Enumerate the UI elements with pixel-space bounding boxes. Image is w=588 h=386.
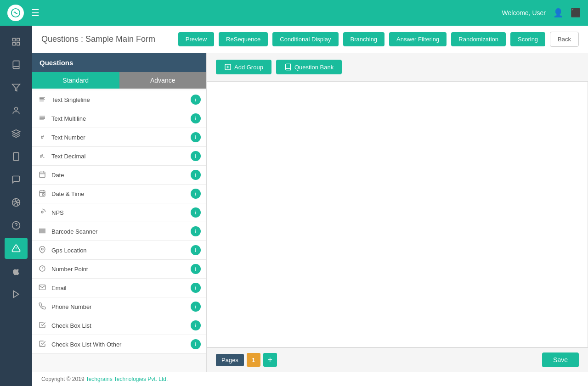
sidebar-item-play[interactable] <box>5 284 28 305</box>
check-box-list-label: Check Box List <box>51 322 186 329</box>
svg-rect-1 <box>13 39 16 41</box>
phone-number-label: Phone Number <box>51 303 186 310</box>
svg-rect-3 <box>13 43 16 45</box>
barcode-scanner-icon <box>38 227 47 236</box>
list-item[interactable]: Barcode Scanner i <box>32 222 206 241</box>
svg-point-32 <box>42 193 44 195</box>
sidebar-item-apple[interactable] <box>5 261 28 282</box>
conditional-display-button[interactable]: Conditional Display <box>272 32 338 46</box>
add-group-label: Add Group <box>234 64 263 71</box>
text-singleline-label: Text Singleline <box>51 96 186 103</box>
date-time-icon <box>38 190 47 198</box>
hamburger-menu[interactable]: ☰ <box>31 7 40 18</box>
list-item[interactable]: Gps Location i <box>32 241 206 260</box>
questions-list: Text Singleline i Text Multiline i # Tex… <box>32 89 206 372</box>
scoring-button[interactable]: Scoring <box>510 32 545 46</box>
company-name: Techgrains Technologies Pvt. Ltd. <box>86 376 168 382</box>
sidebar-item-filter[interactable] <box>5 77 28 98</box>
sidebar-item-dashboard[interactable] <box>5 31 28 52</box>
date-time-label: Date & Time <box>51 190 186 197</box>
branching-button[interactable]: Branching <box>343 32 385 46</box>
number-point-label: Number Point <box>51 266 186 273</box>
text-decimal-info[interactable]: i <box>191 151 201 161</box>
text-singleline-info[interactable]: i <box>191 95 201 105</box>
nps-label: NPS <box>51 209 186 216</box>
text-number-info[interactable]: i <box>191 132 201 142</box>
barcode-scanner-info[interactable]: i <box>191 226 201 236</box>
svg-marker-5 <box>12 84 20 91</box>
app-logo[interactable] <box>7 5 24 21</box>
phone-number-info[interactable]: i <box>191 302 201 312</box>
svg-rect-4 <box>17 43 20 45</box>
logout-icon[interactable]: ⬛ <box>571 8 581 18</box>
text-multiline-label: Text Multiline <box>51 115 186 122</box>
date-info[interactable]: i <box>191 170 201 180</box>
form-toolbar: Add Group Question Bank <box>207 53 588 81</box>
date-icon <box>38 171 47 179</box>
list-item[interactable]: # Text Number i <box>32 128 206 147</box>
email-info[interactable]: i <box>191 283 201 293</box>
page-number[interactable]: 1 <box>247 353 260 367</box>
question-bank-button[interactable]: Question Bank <box>276 60 342 74</box>
check-box-list-other-icon <box>38 340 47 349</box>
sidebar-item-help[interactable] <box>5 215 28 236</box>
answer-filtering-button[interactable]: Answer Filtering <box>389 32 447 46</box>
preview-button[interactable]: Preview <box>178 32 214 46</box>
questions-content: Questions Standard Advance Text Singleli… <box>32 53 588 372</box>
list-item[interactable]: Date & Time i <box>32 185 206 203</box>
sidebar-item-user[interactable] <box>5 100 28 121</box>
page-title: Questions : Sample Main Form <box>41 34 174 44</box>
randomization-button[interactable]: Randomization <box>451 32 506 46</box>
list-item[interactable]: Text Singleline i <box>32 90 206 109</box>
top-nav-right: Welcome, User 👤 ⬛ <box>502 8 581 18</box>
list-item[interactable]: Check Box List i <box>32 316 206 335</box>
text-number-icon: # <box>38 134 47 140</box>
number-point-info[interactable]: i <box>191 264 201 274</box>
text-decimal-label: Text Decimal <box>51 153 186 160</box>
barcode-scanner-label: Barcode Scanner <box>51 228 186 235</box>
sidebar-item-chat[interactable] <box>5 169 28 190</box>
question-bank-label: Question Bank <box>294 64 334 71</box>
check-box-list-other-label: Check Box List With Other <box>51 341 186 348</box>
back-button[interactable]: Back <box>550 32 579 47</box>
list-item[interactable]: Date i <box>32 166 206 185</box>
sidebar-item-layers[interactable] <box>5 123 28 144</box>
user-icon[interactable]: 👤 <box>553 8 563 18</box>
sidebar-item-alert[interactable] <box>5 238 28 259</box>
content-area: Questions : Sample Main Form Preview ReS… <box>32 26 588 386</box>
email-icon <box>38 284 47 292</box>
svg-marker-15 <box>13 291 19 298</box>
pages-label: Pages <box>216 354 244 366</box>
list-item[interactable]: NPS i <box>32 203 206 222</box>
sidebar-item-tablet[interactable] <box>5 146 28 167</box>
questions-tabs: Standard Advance <box>32 72 206 89</box>
form-area: Add Group Question Bank Pages 1 + Save <box>207 53 588 372</box>
gps-location-info[interactable]: i <box>191 245 201 255</box>
tab-advance[interactable]: Advance <box>119 72 207 89</box>
sidebar-item-book[interactable] <box>5 54 28 75</box>
sidebar-item-circle[interactable] <box>5 192 28 213</box>
add-group-button[interactable]: Add Group <box>216 60 271 74</box>
list-item[interactable]: Text Multiline i <box>32 109 206 128</box>
save-button[interactable]: Save <box>542 352 579 367</box>
add-page-button[interactable]: + <box>263 353 277 367</box>
svg-point-6 <box>15 107 18 111</box>
questions-panel: Questions Standard Advance Text Singleli… <box>32 53 207 372</box>
resequence-button[interactable]: ReSequence <box>219 32 268 46</box>
text-multiline-info[interactable]: i <box>191 113 201 123</box>
nps-info[interactable]: i <box>191 207 201 218</box>
copyright: Copyright © 2019 Techgrains Technologies… <box>32 372 588 386</box>
tab-standard[interactable]: Standard <box>32 72 119 89</box>
check-box-list-info[interactable]: i <box>191 320 201 330</box>
check-box-list-icon <box>38 321 47 330</box>
list-item[interactable]: Check Box List With Other i <box>32 335 206 354</box>
check-box-list-other-info[interactable]: i <box>191 339 201 349</box>
list-item[interactable]: Email i <box>32 279 206 297</box>
list-item[interactable]: Phone Number i <box>32 297 206 316</box>
list-item[interactable]: Number Point i <box>32 260 206 279</box>
svg-rect-8 <box>13 153 19 161</box>
date-time-info[interactable]: i <box>191 189 201 199</box>
page-header: Questions : Sample Main Form Preview ReS… <box>32 26 588 53</box>
list-item[interactable]: #. Text Decimal i <box>32 147 206 166</box>
questions-panel-header: Questions <box>32 53 206 72</box>
